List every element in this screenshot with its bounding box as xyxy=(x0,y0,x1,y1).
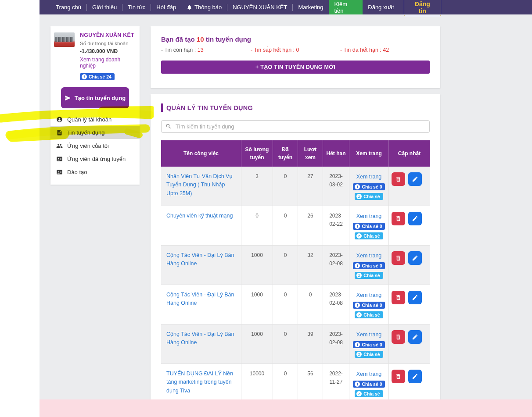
summary-title-count: 10 xyxy=(197,36,204,43)
edit-button[interactable] xyxy=(408,330,422,344)
hired-cell: 0 xyxy=(273,167,298,206)
create-new-job-post-button[interactable]: + TẠO TIN TUYỂN DỤNG MỚI xyxy=(161,61,430,74)
facebook-icon: f xyxy=(355,263,360,268)
nav-logout[interactable]: Đăng xuất xyxy=(363,0,399,14)
facebook-icon: f xyxy=(82,74,87,79)
quantity-cell: 1000 xyxy=(241,324,273,364)
facebook-icon: f xyxy=(355,342,360,347)
stat-expired: - Tin đã hết hạn : 42 xyxy=(340,47,430,53)
stat-expiring: - Tin sắp hết hạn : 0 xyxy=(251,47,340,53)
delete-button[interactable] xyxy=(392,172,405,186)
edit-button[interactable] xyxy=(408,251,422,265)
sidebar-item-training[interactable]: Đào tạo xyxy=(50,165,140,178)
zalo-share-label: Chia sẻ xyxy=(363,391,380,396)
table-row: Cộng Tác Viên - Đại Lý Bán Hàng Online 1… xyxy=(161,285,430,324)
zalo-share-button[interactable]: Z Chia sẻ xyxy=(355,232,383,239)
create-job-post-label: Tạo tin tuyển dụng xyxy=(75,95,126,101)
facebook-share-button[interactable]: f Chia sẻ 0 xyxy=(353,223,385,230)
facebook-share-button[interactable]: f Chia sẻ 0 xyxy=(353,341,385,348)
actions-cell xyxy=(389,364,430,403)
facebook-share-label: Chia sẻ 0 xyxy=(362,224,382,229)
facebook-icon: f xyxy=(355,224,360,229)
expiry-line: 2023- xyxy=(329,291,343,299)
zalo-share-button[interactable]: Z Chia sẻ xyxy=(355,193,383,200)
quantity-cell: 3 xyxy=(241,167,273,206)
quantity-cell: 1000 xyxy=(241,285,273,324)
view-page-link[interactable]: Xem trang xyxy=(356,370,382,378)
table-row: TUYỂN DỤNG ĐẠI LÝ Nền tảng marketing tro… xyxy=(161,364,430,403)
facebook-share-button[interactable]: f Chia sẻ 0 xyxy=(353,262,385,269)
sidebar-item-applied-candidates[interactable]: Ứng viên đã ứng tuyển xyxy=(50,152,140,165)
delete-button[interactable] xyxy=(392,291,405,304)
sidebar-item-label: Ứng viên của tôi xyxy=(67,143,109,149)
job-title-link[interactable]: Chuyên viên kỹ thuật mạng xyxy=(166,212,233,220)
view-page-link[interactable]: Xem trang xyxy=(356,212,382,221)
nav-home[interactable]: Trang chủ xyxy=(50,0,86,14)
edit-button[interactable] xyxy=(408,370,422,383)
actions-cell xyxy=(389,167,430,206)
zalo-share-label: Chia sẻ xyxy=(363,352,380,357)
sidebar-item-label: Ứng viên đã ứng tuyển xyxy=(67,156,126,162)
zalo-share-label: Chia sẻ xyxy=(363,273,380,278)
create-job-post-button[interactable]: Tạo tin tuyển dụng xyxy=(61,87,129,108)
job-title-link[interactable]: TUYỂN DỤNG ĐẠI LÝ Nền tảng marketing tro… xyxy=(166,370,237,395)
edit-button[interactable] xyxy=(408,172,422,186)
trash-icon xyxy=(395,334,402,340)
search-input[interactable] xyxy=(161,120,430,133)
stat-value: 13 xyxy=(198,47,204,53)
delete-button[interactable] xyxy=(392,212,405,225)
sidebar-item-label: Tin tuyển dụng xyxy=(67,129,105,136)
trash-icon xyxy=(395,294,402,301)
facebook-icon: f xyxy=(355,184,360,189)
pencil-icon xyxy=(412,334,418,340)
nav-notifications[interactable]: Thông báo xyxy=(181,0,227,14)
nav-faq[interactable]: Hỏi đáp xyxy=(151,0,181,14)
sidebar-item-account[interactable]: Quản lý tài khoản xyxy=(50,113,140,126)
expiry-line: 2023- xyxy=(329,172,343,181)
views-cell: 32 xyxy=(298,246,323,285)
facebook-share-label: Chia sẻ 0 xyxy=(362,381,382,387)
view-page-link[interactable]: Xem trang xyxy=(356,251,382,260)
nav-about[interactable]: Giới thiệu xyxy=(87,0,122,14)
nav-earn-money[interactable]: Kiếm tiền xyxy=(329,0,363,14)
business-page-link[interactable]: Xem trang doanh nghiệp xyxy=(80,57,134,69)
facebook-share-button[interactable]: f Chia sẻ 0 xyxy=(353,381,385,388)
view-page-link[interactable]: Xem trang xyxy=(356,291,382,299)
edit-button[interactable] xyxy=(408,212,422,225)
facebook-share-button[interactable]: f Chia sẻ 0 xyxy=(353,183,385,190)
expiry-line: 2022- xyxy=(329,370,343,378)
facebook-share-button[interactable]: f Chia sẻ 0 xyxy=(353,302,385,309)
expiry-line: 2023- xyxy=(329,212,343,220)
zalo-share-button[interactable]: Z Chia sẻ xyxy=(355,311,383,318)
views-cell: 56 xyxy=(298,364,323,403)
zalo-share-button[interactable]: Z Chia sẻ xyxy=(355,390,383,397)
sidebar-item-job-posts[interactable]: Tin tuyển dụng xyxy=(50,126,140,139)
delete-button[interactable] xyxy=(392,251,405,265)
col-header-views: Lượt xem xyxy=(298,140,323,167)
view-page-link[interactable]: Xem trang xyxy=(356,330,382,339)
view-page-link[interactable]: Xem trang xyxy=(356,172,382,181)
edit-button[interactable] xyxy=(408,291,422,304)
delete-button[interactable] xyxy=(392,370,405,383)
job-title-link[interactable]: Cộng Tác Viên - Đại Lý Bán Hàng Online xyxy=(166,330,237,347)
view-page-cell: Xem trang f Chia sẻ 0 Z Chia sẻ xyxy=(349,246,389,285)
delete-button[interactable] xyxy=(392,330,405,344)
post-job-button[interactable]: Đăng tin xyxy=(404,0,441,16)
sidebar-item-my-candidates[interactable]: Ứng viên của tôi xyxy=(50,139,140,152)
paper-plane-icon xyxy=(65,95,71,101)
views-cell: 26 xyxy=(298,206,323,245)
zalo-share-button[interactable]: Z Chia sẻ xyxy=(355,351,383,358)
hired-cell: 0 xyxy=(273,285,298,324)
job-title-link[interactable]: Cộng Tác Viên - Đại Lý Bán Hàng Online xyxy=(166,251,237,268)
job-title-link[interactable]: Cộng Tác Viên - Đại Lý Bán Hàng Online xyxy=(166,291,237,308)
nav-marketing[interactable]: Marketing xyxy=(293,0,328,14)
facebook-share-button[interactable]: f Chia sẻ 24 xyxy=(80,73,115,80)
table-row: Cộng Tác Viên - Đại Lý Bán Hàng Online 1… xyxy=(161,324,430,364)
view-page-cell: Xem trang f Chia sẻ 0 Z Chia sẻ xyxy=(349,364,389,403)
facebook-share-label: Chia sẻ 0 xyxy=(362,342,382,347)
nav-news[interactable]: Tin tức xyxy=(122,0,151,14)
nav-username[interactable]: NGUYỄN XUÂN KẾT xyxy=(227,0,292,14)
job-title-link[interactable]: Nhân Viên Tư Vấn Dịch Vụ Tuyển Dụng ( Th… xyxy=(166,172,237,198)
expiry-cell: 2023- 02-08 xyxy=(323,324,349,364)
zalo-share-button[interactable]: Z Chia sẻ xyxy=(355,272,383,279)
